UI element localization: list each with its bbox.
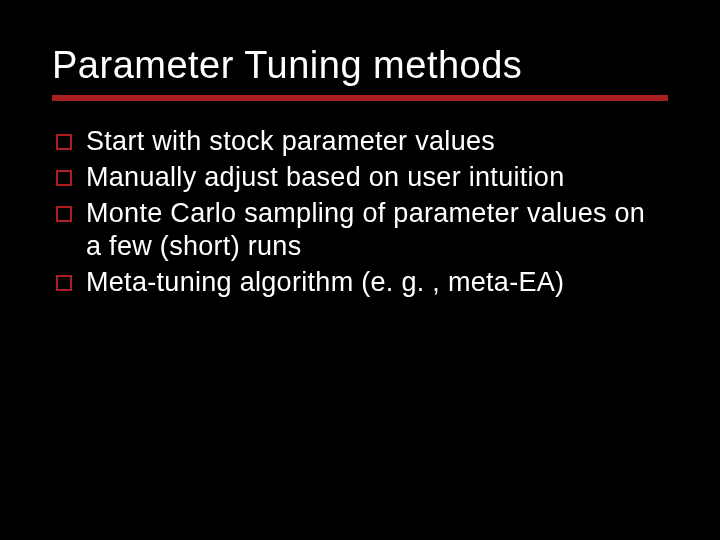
bullet-text: Monte Carlo sampling of parameter values… (86, 197, 668, 265)
bullet-text: Start with stock parameter values (86, 125, 495, 159)
square-bullet-icon (56, 206, 72, 222)
bullet-text: Meta-tuning algorithm (e. g. , meta-EA) (86, 266, 564, 300)
square-bullet-icon (56, 170, 72, 186)
slide-container: Parameter Tuning methods Start with stoc… (0, 0, 720, 540)
square-bullet-icon (56, 275, 72, 291)
slide-title: Parameter Tuning methods (52, 44, 668, 87)
bullet-text: Manually adjust based on user intuition (86, 161, 565, 195)
list-item: Start with stock parameter values (56, 125, 668, 159)
list-item: Manually adjust based on user intuition (56, 161, 668, 195)
list-item: Meta-tuning algorithm (e. g. , meta-EA) (56, 266, 668, 300)
square-bullet-icon (56, 134, 72, 150)
list-item: Monte Carlo sampling of parameter values… (56, 197, 668, 265)
bullet-list: Start with stock parameter values Manual… (52, 125, 668, 300)
title-underline (52, 95, 668, 101)
